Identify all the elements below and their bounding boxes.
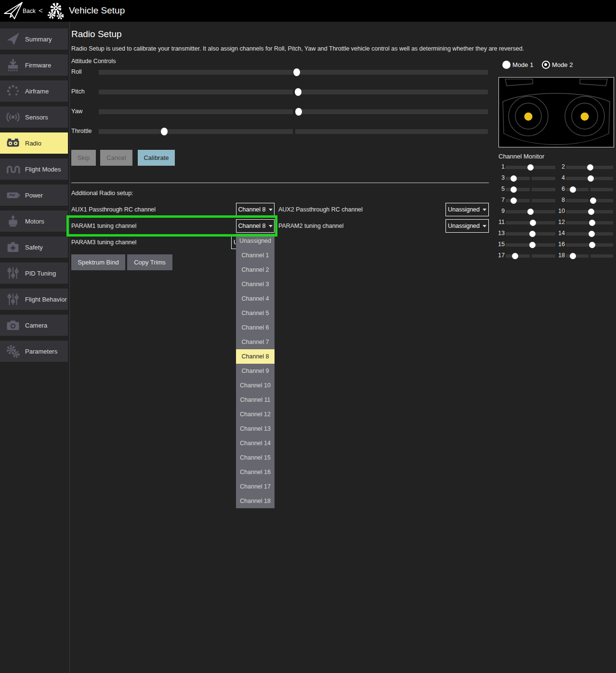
- dropdown-option-channel-12[interactable]: Channel 12: [236, 407, 275, 422]
- sidebar-item-firmware[interactable]: Firmware: [0, 54, 68, 76]
- dropdown-option-channel-10[interactable]: Channel 10: [236, 378, 275, 393]
- param2-tuning-label: PARAM2 tuning channel: [278, 223, 343, 229]
- mode-2-radio[interactable]: [542, 61, 550, 69]
- channel-track: [590, 188, 613, 191]
- mode-1-radio[interactable]: [502, 61, 511, 69]
- sidebar-item-radio[interactable]: Radio: [0, 132, 68, 154]
- channel-5-value-dot: [511, 186, 517, 193]
- throttle-slider-handle[interactable]: [161, 128, 168, 135]
- channel-track: [566, 221, 589, 224]
- sidebar-item-label: Power: [25, 192, 43, 199]
- channel-track: [566, 254, 589, 258]
- airframe-spinner-icon: [6, 84, 20, 98]
- spektrum-bind-button[interactable]: Spektrum Bind: [71, 254, 125, 270]
- mode-1-label: Mode 1: [512, 61, 533, 68]
- channel-track: [506, 232, 530, 236]
- param1-tuning-dropdown[interactable]: Channel 8: [236, 219, 275, 233]
- sidebar-item-camera[interactable]: Camera: [0, 315, 68, 336]
- firmware-download-icon: [6, 58, 20, 72]
- dropdown-option-channel-14[interactable]: Channel 14: [236, 436, 275, 450]
- channel-track: [506, 177, 530, 180]
- aux2-passthrough-dropdown[interactable]: Unassigned: [446, 203, 489, 216]
- channel-track: [532, 166, 556, 169]
- slider-label-pitch: Pitch: [71, 88, 85, 95]
- pitch-slider-handle[interactable]: [295, 88, 301, 96]
- sidebar-item-motors[interactable]: Motors: [0, 211, 68, 232]
- dropdown-option-channel-2[interactable]: Channel 2: [236, 263, 275, 277]
- channel-track: [566, 188, 589, 191]
- channel-13-value-dot: [529, 231, 536, 237]
- calibrate-button[interactable]: Calibrate: [138, 150, 175, 166]
- back-button[interactable]: Back: [23, 8, 36, 14]
- channel-track: [566, 232, 589, 236]
- channel-18-label: 18: [556, 252, 565, 259]
- slider-track: [99, 90, 293, 94]
- channel-track: [566, 166, 589, 169]
- channel-dropdown-list: UnassignedChannel 1Channel 2Channel 3Cha…: [236, 234, 275, 508]
- channel-7-label: 7: [496, 197, 505, 203]
- copy-trims-button[interactable]: Copy Trims: [127, 254, 172, 270]
- dropdown-option-channel-6[interactable]: Channel 6: [236, 320, 275, 335]
- section-divider: [71, 183, 489, 183]
- dropdown-option-channel-9[interactable]: Channel 9: [236, 364, 275, 378]
- app-logo-plane-icon[interactable]: [3, 1, 24, 21]
- param2-tuning-dropdown[interactable]: Unassigned: [446, 219, 489, 233]
- dropdown-option-channel-17[interactable]: Channel 17: [236, 479, 275, 494]
- sidebar-item-label: Sensors: [25, 114, 48, 121]
- channel-12-value-dot: [589, 220, 595, 226]
- channel-10-value-dot: [588, 209, 594, 215]
- channel-track: [590, 254, 613, 258]
- sidebar-item-airframe[interactable]: Airframe: [0, 80, 68, 102]
- channel-track: [506, 188, 530, 191]
- sidebar-item-power[interactable]: Power: [0, 185, 68, 206]
- chevron-down-icon: [269, 209, 273, 211]
- sidebar-item-flight-behavior[interactable]: Flight Behavior: [0, 289, 68, 310]
- yaw-slider-handle[interactable]: [295, 108, 302, 116]
- dropdown-option-channel-3[interactable]: Channel 3: [236, 277, 275, 291]
- sidebar-item-safety[interactable]: Safety: [0, 237, 68, 258]
- channel-17-label: 17: [496, 252, 505, 259]
- dropdown-option-channel-8[interactable]: Channel 8: [236, 349, 275, 364]
- param1-tuning-label: PARAM1 tuning channel: [71, 223, 136, 229]
- channel-1-value-dot: [527, 164, 534, 171]
- channel-track: [532, 254, 556, 258]
- param2-tuning-value: Unassigned: [448, 223, 480, 229]
- dropdown-option-channel-16[interactable]: Channel 16: [236, 465, 275, 479]
- skip-button[interactable]: Skip: [71, 150, 96, 166]
- channel-4-label: 4: [556, 174, 565, 181]
- dropdown-option-channel-13[interactable]: Channel 13: [236, 422, 275, 436]
- channel-track: [566, 199, 589, 202]
- channel-16-value-dot: [589, 242, 595, 248]
- tuning-sliders-icon: [6, 266, 20, 280]
- slider-track: [295, 70, 488, 75]
- dropdown-option-channel-15[interactable]: Channel 15: [236, 450, 275, 465]
- channel-track: [506, 166, 530, 169]
- channel-11-value-dot: [530, 220, 536, 226]
- sidebar-item-summary[interactable]: Summary: [0, 28, 68, 50]
- dropdown-option-channel-7[interactable]: Channel 7: [236, 335, 275, 349]
- vehicle-setup-page: Back < Vehicle Setup SummaryFirmwareAirf…: [0, 0, 616, 673]
- aux1-passthrough-dropdown[interactable]: Channel 8: [236, 203, 275, 216]
- dropdown-option-unassigned[interactable]: Unassigned: [236, 234, 275, 248]
- channel-10-label: 10: [556, 208, 565, 214]
- breadcrumb-separator: <: [39, 6, 43, 14]
- sidebar-item-parameters[interactable]: Parameters: [0, 341, 68, 362]
- channel-track: [532, 188, 556, 191]
- roll-slider-handle[interactable]: [293, 68, 300, 76]
- channel-track: [506, 221, 530, 224]
- cancel-button[interactable]: Cancel: [100, 150, 132, 166]
- slider-track: [295, 129, 488, 134]
- sidebar: SummaryFirmwareAirframeSensorsRadioFligh…: [0, 22, 70, 673]
- sidebar-item-flight-modes[interactable]: Flight Modes: [0, 158, 68, 180]
- sensors-signal-icon: [6, 110, 20, 124]
- sidebar-item-label: Airframe: [25, 88, 49, 95]
- sidebar-item-pid-tuning[interactable]: PID Tuning: [0, 263, 68, 284]
- dropdown-option-channel-4[interactable]: Channel 4: [236, 291, 275, 306]
- channel-track: [532, 210, 556, 213]
- dropdown-option-channel-11[interactable]: Channel 11: [236, 393, 275, 407]
- channel-2-label: 2: [556, 163, 565, 170]
- dropdown-option-channel-1[interactable]: Channel 1: [236, 248, 275, 263]
- dropdown-option-channel-18[interactable]: Channel 18: [236, 494, 275, 508]
- sidebar-item-sensors[interactable]: Sensors: [0, 106, 68, 128]
- dropdown-option-channel-5[interactable]: Channel 5: [236, 306, 275, 320]
